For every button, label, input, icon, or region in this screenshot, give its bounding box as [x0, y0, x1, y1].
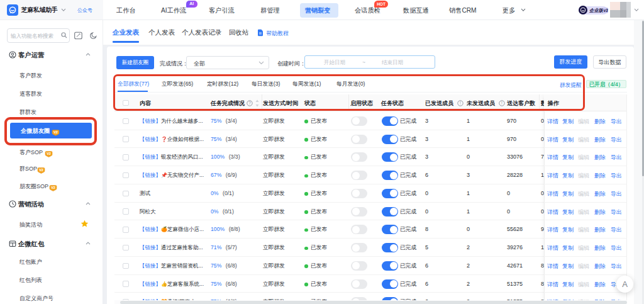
svg-text:V2: V2 [51, 186, 55, 189]
svg-text:V2: V2 [47, 152, 51, 155]
svg-text:V2: V2 [39, 168, 43, 172]
